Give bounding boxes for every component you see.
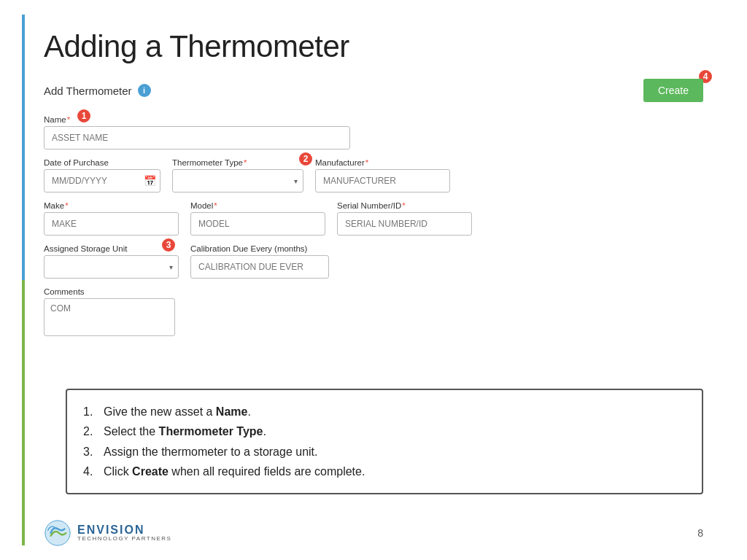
- name-group: 1 Name*: [44, 115, 350, 149]
- comments-row: Comments: [44, 287, 703, 336]
- thermo-type-label: Thermometer Type*: [172, 158, 303, 167]
- thermo-type-group: 2 Thermometer Type*: [172, 158, 303, 192]
- storage-select[interactable]: [44, 255, 179, 279]
- storage-label: Assigned Storage Unit: [44, 244, 179, 253]
- name-input[interactable]: [44, 126, 350, 149]
- badge-2: 2: [298, 151, 314, 167]
- calibration-input[interactable]: [190, 255, 329, 279]
- date-wrapper: 📅: [44, 169, 160, 192]
- form-header-row: Add Thermometer i 4 Create: [44, 79, 703, 102]
- calendar-icon[interactable]: 📅: [144, 175, 156, 187]
- add-thermometer-form: 1 Name* Date of Purchase 📅 2 Therm: [44, 115, 703, 336]
- logo-icon: [44, 519, 71, 547]
- logo-name: ENVISION: [77, 524, 171, 537]
- badge-1: 1: [76, 108, 92, 124]
- calibration-group: Calibration Due Every (months): [190, 244, 329, 279]
- comments-group: Comments: [44, 287, 175, 336]
- form-header-label: Add Thermometer: [44, 85, 132, 97]
- logo-sub: TECHNOLOGY PARTNERS: [77, 536, 171, 542]
- manufacturer-label: Manufacturer*: [315, 158, 450, 167]
- instruction-box: Give the new asset a Name. Select the Th…: [66, 389, 703, 494]
- instruction-4: Click Create when all required fields ar…: [83, 462, 686, 481]
- comments-label: Comments: [44, 287, 175, 296]
- model-label: Model*: [190, 201, 325, 210]
- logo-text: ENVISION TECHNOLOGY PARTNERS: [77, 524, 171, 542]
- row4: 3 Assigned Storage Unit Calibration Due …: [44, 244, 703, 279]
- make-label: Make*: [44, 201, 179, 210]
- badge-3: 3: [160, 237, 177, 253]
- date-group: Date of Purchase 📅: [44, 158, 160, 192]
- date-label: Date of Purchase: [44, 158, 160, 167]
- page-number: 8: [697, 527, 703, 539]
- info-icon[interactable]: i: [138, 84, 151, 97]
- storage-select-wrapper: [44, 255, 179, 279]
- row2: Date of Purchase 📅 2 Thermometer Type*: [44, 158, 703, 192]
- form-header-left: Add Thermometer i: [44, 84, 151, 97]
- comments-textarea[interactable]: [44, 298, 175, 336]
- row3: Make* Model* Serial Number/ID*: [44, 201, 703, 236]
- make-input[interactable]: [44, 212, 179, 236]
- page-title: Adding a Thermometer: [44, 29, 703, 64]
- calibration-label: Calibration Due Every (months): [190, 244, 329, 253]
- instruction-2: Select the Thermometer Type.: [83, 421, 686, 441]
- instruction-1: Give the new asset a Name.: [83, 402, 686, 421]
- logo-area: ENVISION TECHNOLOGY PARTNERS: [44, 519, 171, 547]
- manufacturer-group: Manufacturer*: [315, 158, 450, 192]
- serial-label: Serial Number/ID*: [337, 201, 472, 210]
- serial-input[interactable]: [337, 212, 472, 236]
- thermo-type-select-wrapper: [172, 169, 303, 192]
- footer: ENVISION TECHNOLOGY PARTNERS 8: [44, 519, 703, 547]
- model-group: Model*: [190, 201, 325, 236]
- date-input[interactable]: [44, 169, 160, 192]
- create-button-wrapper: 4 Create: [643, 79, 703, 102]
- manufacturer-input[interactable]: [315, 169, 450, 192]
- storage-group: 3 Assigned Storage Unit: [44, 244, 179, 279]
- serial-group: Serial Number/ID*: [337, 201, 472, 236]
- create-button[interactable]: Create: [643, 79, 703, 102]
- name-row: 1 Name*: [44, 115, 703, 149]
- instruction-3: Assign the thermometer to a storage unit…: [83, 442, 686, 462]
- thermo-type-select[interactable]: [172, 169, 303, 192]
- instruction-list: Give the new asset a Name. Select the Th…: [83, 402, 686, 481]
- make-group: Make*: [44, 201, 179, 236]
- model-input[interactable]: [190, 212, 325, 236]
- slide: Adding a Thermometer Add Thermometer i 4…: [0, 0, 747, 560]
